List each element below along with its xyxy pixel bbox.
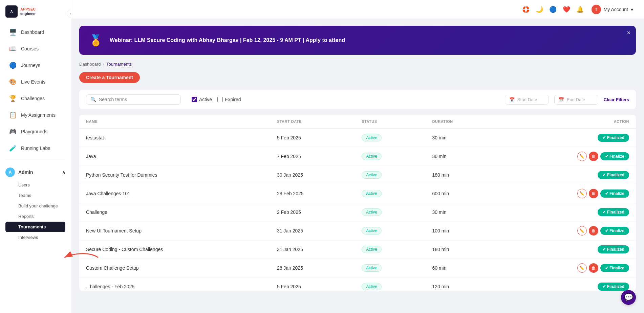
sidebar-item-interviews[interactable]: Interviews	[5, 232, 65, 243]
delete-button[interactable]: 🗑	[589, 263, 598, 273]
account-chevron-icon: ▾	[631, 7, 633, 12]
finalize-button[interactable]: ✔ Finalize	[600, 264, 629, 272]
start-date-label: Start Date	[517, 97, 537, 102]
sidebar-item-running-labs[interactable]: 🧪 Running Labs	[3, 140, 68, 156]
sidebar-item-my-assignments[interactable]: 📋 My Assignments	[3, 107, 68, 123]
live-events-icon: 🎨	[8, 77, 18, 87]
edit-button[interactable]: ✏️	[577, 263, 587, 273]
sidebar-item-courses[interactable]: 📖 Courses	[3, 41, 68, 57]
heart-icon[interactable]: ❤️	[562, 5, 571, 14]
chat-widget[interactable]: 💬	[621, 290, 636, 305]
playgrounds-icon: 🎮	[8, 127, 18, 136]
sidebar-item-playgrounds[interactable]: 🎮 Playgrounds	[3, 124, 68, 140]
edit-button[interactable]: ✏️	[577, 152, 587, 161]
finalized-button[interactable]: ✔ Finalized	[598, 171, 629, 179]
cell-status: Active	[355, 129, 425, 147]
breadcrumb-separator: ›	[103, 62, 104, 67]
cell-start-date: 28 Jan 2025	[270, 259, 355, 278]
col-action: ACTION	[498, 115, 636, 129]
dark-mode-icon[interactable]: 🌙	[535, 5, 544, 14]
expired-filter-checkbox[interactable]: Expired	[217, 97, 241, 102]
cell-action: ✔ Finalized	[498, 278, 636, 291]
table-body: testastat5 Feb 2025Active30 min✔ Finaliz…	[79, 129, 636, 291]
finalize-button[interactable]: ✔ Finalize	[600, 227, 629, 235]
status-badge: Active	[362, 264, 382, 272]
cell-name: ...hallenges - Feb 2025	[79, 278, 270, 291]
sidebar-item-teams[interactable]: Teams	[5, 190, 65, 201]
sidebar-item-reports[interactable]: Reports	[5, 211, 65, 222]
journeys-icon: 🔵	[8, 61, 18, 70]
cell-action: ✏️🗑✔ Finalize	[498, 221, 636, 241]
finalized-button[interactable]: ✔ Finalized	[598, 134, 629, 142]
topbar: 🛟 🌙 🔵 ❤️ 🔔 T My Account ▾	[71, 0, 644, 19]
status-badge: Active	[362, 246, 382, 253]
table-row: Challenge2 Feb 2025Active30 min✔ Finaliz…	[79, 203, 636, 221]
table-row: Python Security Test for Dummies30 Jan 2…	[79, 166, 636, 184]
finalized-button[interactable]: ✔ Finalized	[598, 245, 629, 253]
cell-status: Active	[355, 184, 425, 203]
cell-status: Active	[355, 241, 425, 259]
sidebar-item-label: Dashboard	[21, 29, 44, 35]
cell-name: Python Security Test for Dummies	[79, 166, 270, 184]
sidebar-item-users[interactable]: Users	[5, 180, 65, 190]
end-date-label: End Date	[567, 97, 585, 102]
cell-start-date: 30 Jan 2025	[270, 166, 355, 184]
status-badge: Active	[362, 134, 382, 141]
finalized-button[interactable]: ✔ Finalized	[598, 208, 629, 216]
webinar-banner: 🏅 Webinar: LLM Secure Coding with Abhay …	[79, 26, 636, 55]
cell-start-date: 31 Jan 2025	[270, 221, 355, 241]
main-content: 🛟 🌙 🔵 ❤️ 🔔 T My Account ▾ 🏅 Webinar: LLM…	[71, 0, 644, 313]
admin-header[interactable]: A Admin ∧	[5, 165, 65, 180]
sidebar-item-tournaments[interactable]: Tournaments	[5, 222, 65, 232]
cell-name: Challenge	[79, 203, 270, 221]
create-tournament-button[interactable]: Create a Tournament	[79, 72, 140, 83]
cell-duration: 180 min	[425, 241, 498, 259]
delete-button[interactable]: 🗑	[589, 226, 598, 236]
finalize-button[interactable]: ✔ Finalize	[600, 189, 629, 198]
cell-action: ✏️🗑✔ Finalize	[498, 184, 636, 203]
tournaments-table: NAME START DATE STATUS DURATION ACTION t…	[79, 115, 636, 291]
sidebar-item-journeys[interactable]: 🔵 Journeys	[3, 57, 68, 73]
sidebar-item-live-events[interactable]: 🎨 Live Events	[3, 74, 68, 90]
edit-button[interactable]: ✏️	[577, 189, 587, 198]
cell-status: Active	[355, 166, 425, 184]
bell-icon[interactable]: 🔔	[575, 5, 585, 14]
end-date-filter[interactable]: 📅 End Date	[554, 95, 598, 105]
delete-button[interactable]: 🗑	[589, 152, 598, 161]
sidebar-item-dashboard[interactable]: 🖥️ Dashboard	[3, 24, 68, 40]
sidebar-item-label: Running Labs	[21, 146, 50, 151]
col-status: STATUS	[355, 115, 425, 129]
start-date-filter[interactable]: 📅 Start Date	[505, 95, 549, 105]
filter-checkboxes: Active Expired	[192, 97, 241, 102]
admin-label: Admin	[18, 170, 33, 175]
cell-status: Active	[355, 147, 425, 166]
sidebar-item-label: Courses	[21, 46, 39, 51]
table-header: NAME START DATE STATUS DURATION ACTION	[79, 115, 636, 129]
running-labs-icon: 🧪	[8, 143, 18, 153]
table-row: Secure Coding - Custom Challenges31 Jan …	[79, 241, 636, 259]
delete-button[interactable]: 🗑	[589, 189, 598, 198]
account-button[interactable]: T My Account ▾	[589, 3, 636, 16]
clear-filters-link[interactable]: Clear Filters	[604, 97, 629, 102]
banner-close-button[interactable]: ×	[627, 30, 630, 36]
logo-engineer: engineer	[20, 12, 36, 16]
sidebar-item-build-challenge[interactable]: Build your challenge	[5, 201, 65, 211]
search-input[interactable]	[99, 97, 176, 102]
help-icon[interactable]: 🛟	[521, 5, 531, 14]
cell-status: Active	[355, 278, 425, 291]
sidebar: A APPSEC engineer ‹ 🖥️ Dashboard 📖 Cours…	[0, 0, 71, 313]
sidebar-item-label: Challenges	[21, 96, 45, 101]
notifications-icon[interactable]: 🔵	[548, 5, 558, 14]
finalize-button[interactable]: ✔ Finalize	[600, 152, 629, 160]
cell-name: Secure Coding - Custom Challenges	[79, 241, 270, 259]
breadcrumb-parent[interactable]: Dashboard	[79, 62, 101, 67]
filter-row: 🔍 Active Expired 📅 Start Date 📅	[79, 90, 636, 109]
cell-start-date: 28 Feb 2025	[270, 184, 355, 203]
edit-button[interactable]: ✏️	[577, 226, 587, 236]
cell-action: ✏️🗑✔ Finalize	[498, 259, 636, 278]
finalized-button[interactable]: ✔ Finalized	[598, 283, 629, 291]
active-filter-checkbox[interactable]: Active	[192, 97, 212, 102]
cell-action: ✔ Finalized	[498, 129, 636, 147]
sidebar-nav: 🖥️ Dashboard 📖 Courses 🔵 Journeys 🎨 Live…	[0, 21, 71, 313]
sidebar-item-challenges[interactable]: 🏆 Challenges	[3, 90, 68, 107]
